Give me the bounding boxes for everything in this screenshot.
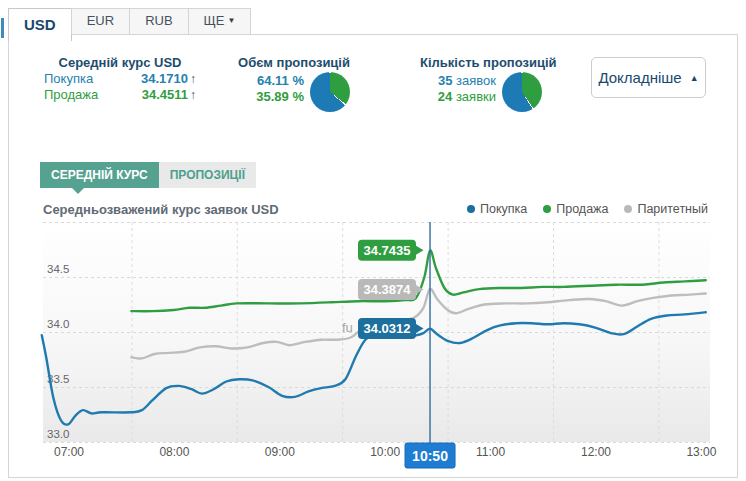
average-rate-group: Середній курс USD Покупка 34.1710↑ Прода… [44, 54, 196, 103]
count-title: Кількість пропозицій [420, 54, 542, 71]
subtab-average-rate[interactable]: СЕРЕДНІЙ КУРС [40, 162, 159, 188]
count-sell-unit: заявки [452, 89, 496, 104]
count-sell: 24 заявки [420, 89, 496, 105]
details-button[interactable]: Докладніше ▲ [591, 57, 706, 98]
tab-rub-label: RUB [145, 13, 172, 28]
legend-item-sell[interactable]: Продажа [543, 202, 608, 216]
count-buy-unit: заявок [452, 73, 496, 88]
triangle-up-icon: ▲ [690, 73, 699, 83]
buy-rate-row: Покупка 34.1710↑ [44, 71, 196, 87]
legend-dot-buy-icon [467, 205, 475, 213]
count-buy: 35 заявок [420, 73, 496, 89]
sell-value: 34.4511 [142, 87, 188, 102]
y-axis-label: 34.5 [47, 263, 69, 275]
volume-sell-pct: 35.89 % [238, 89, 304, 105]
average-rate-title: Середній курс USD [44, 54, 196, 71]
legend-label-buy: Покупка [480, 202, 527, 216]
y-axis-label: 34.0 [47, 318, 69, 330]
volume-title: Обєм пропозицій [238, 54, 350, 71]
volume-buy-pct: 64.11 % [238, 73, 304, 89]
count-sell-num: 24 [438, 89, 452, 104]
buy-label: Покупка [44, 71, 93, 87]
details-button-label: Докладніше [598, 69, 681, 86]
x-axis-label: 12:00 [581, 445, 611, 459]
chart-legend: Покупка Продажа Паритетный [467, 202, 708, 216]
volume-group: Обєм пропозицій 64.11 % 35.89 % [238, 54, 350, 112]
count-group: Кількість пропозицій 35 заявок 24 заявки [420, 54, 542, 112]
sell-rate-row: Продажа 34.4511↑ [44, 87, 196, 103]
subtab-average-rate-label: СЕРЕДНІЙ КУРС [51, 168, 148, 182]
x-axis-label: 07:00 [54, 445, 84, 459]
legend-label-sell: Продажа [556, 202, 608, 216]
sell-label: Продажа [44, 87, 98, 103]
tab-eur-label: EUR [87, 13, 114, 28]
volume-pie-chart [310, 72, 350, 112]
x-axis-label: 13:00 [686, 445, 716, 459]
tab-eur[interactable]: EUR [71, 8, 130, 34]
rates-chart[interactable]: 34.534.033.533.007:0008:0009:0010:0011:0… [0, 222, 746, 481]
page-edge-artifact [1, 18, 4, 38]
x-axis-label: 11:00 [476, 445, 505, 459]
rates-chart-svg: 34.534.033.533.007:0008:0009:0010:0011:0… [0, 222, 746, 481]
chart-subtabs: СЕРЕДНІЙ КУРС ПРОПОЗИЦІЇ [40, 162, 256, 188]
legend-dot-sell-icon [543, 205, 551, 213]
chevron-down-icon: ▼ [227, 16, 235, 25]
buy-up-arrow-icon: ↑ [190, 72, 196, 86]
tab-usd-label: USD [24, 16, 56, 33]
time-marker-label: 10:50 [412, 448, 448, 464]
x-axis-label: 09:00 [265, 445, 295, 459]
tooltip-value: 34.3874 [364, 282, 412, 297]
sell-up-arrow-icon: ↑ [190, 88, 196, 102]
x-axis-label: 08:00 [159, 445, 189, 459]
tab-more[interactable]: ЩЕ▼ [188, 8, 252, 34]
tooltip-value: 34.7435 [364, 243, 411, 258]
currency-tabs: USD EUR RUB ЩЕ▼ [8, 8, 251, 41]
legend-item-parity[interactable]: Паритетный [624, 202, 708, 216]
subtab-offers[interactable]: ПРОПОЗИЦІЇ [159, 162, 256, 188]
count-buy-num: 35 [438, 73, 452, 88]
legend-label-parity: Паритетный [637, 202, 708, 216]
subtab-offers-label: ПРОПОЗИЦІЇ [170, 168, 245, 182]
count-pie-chart [502, 72, 542, 112]
tab-more-label: ЩЕ [204, 13, 225, 28]
y-axis-label: 33.0 [47, 428, 69, 440]
tooltip-value: 34.0312 [364, 321, 411, 336]
tab-usd[interactable]: USD [8, 8, 72, 41]
watermark: fu [342, 320, 353, 335]
x-axis-label: 10:00 [370, 445, 400, 459]
buy-value: 34.1710 [141, 71, 188, 86]
tab-rub[interactable]: RUB [129, 8, 188, 34]
legend-dot-parity-icon [624, 205, 632, 213]
chart-title: Середньозважений курс заявок USD [43, 202, 279, 217]
legend-item-buy[interactable]: Покупка [467, 202, 527, 216]
